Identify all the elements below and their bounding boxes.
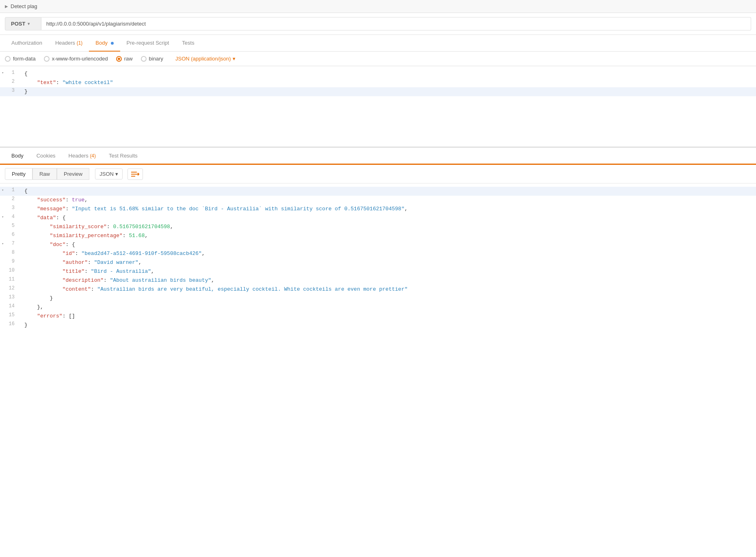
- request-code-editor[interactable]: ▾ 1 { 2 "text": "white cockteil" 3 }: [0, 66, 756, 147]
- format-chevron-icon: ▾: [115, 171, 118, 177]
- response-code-line: 14 },: [0, 303, 756, 312]
- response-code-line: ▾ 7 "doc": {: [0, 240, 756, 249]
- radio-label-urlencoded: x-www-form-urlencoded: [52, 56, 108, 62]
- section-title[interactable]: ▶ Detect plag: [0, 0, 756, 13]
- radio-binary[interactable]: binary: [141, 56, 163, 62]
- svg-rect-0: [131, 172, 137, 173]
- response-code-line: 8 "id": "bead2d47-a512-4691-910f-59508ca…: [0, 249, 756, 258]
- code-content: {: [21, 69, 756, 78]
- radio-circle-binary: [141, 56, 147, 62]
- response-code-line: 10 "title": "Bird - Austrailia",: [0, 267, 756, 276]
- radio-label-form-data: form-data: [13, 56, 36, 62]
- response-code-line: 16 }: [0, 321, 756, 330]
- svg-rect-2: [131, 176, 135, 177]
- section-arrow-icon: ▶: [5, 4, 8, 9]
- response-code-line: 2 "success": true,: [0, 196, 756, 205]
- tab-authorization[interactable]: Authorization: [5, 35, 49, 52]
- tab-headers[interactable]: Headers (1): [49, 35, 89, 52]
- response-code-line: 12 "content": "Austrailian birds are ver…: [0, 285, 756, 294]
- fold-btn[interactable]: ▾: [2, 71, 6, 75]
- method-chevron-icon: ▾: [28, 22, 30, 26]
- response-code-line: 9 "author": "David warner",: [0, 258, 756, 267]
- fold-btn[interactable]: ▾: [2, 242, 6, 246]
- response-code-line: ▾ 1 {: [0, 187, 756, 196]
- response-code: ▾ 1 { 2 "success": true, 3 "m: [0, 184, 756, 333]
- response-tab-body[interactable]: Body: [5, 148, 30, 165]
- fold-btn[interactable]: ▾: [2, 215, 6, 219]
- body-type-row: form-data x-www-form-urlencoded raw bina…: [0, 52, 756, 66]
- wrap-button[interactable]: [127, 168, 143, 180]
- wrap-icon: [131, 171, 139, 177]
- line-number-cell: 2: [0, 78, 21, 85]
- radio-urlencoded[interactable]: x-www-form-urlencoded: [44, 56, 108, 62]
- json-type-label: JSON (application/json): [175, 56, 231, 62]
- url-bar: POST ▾: [0, 13, 756, 35]
- radio-form-data[interactable]: form-data: [5, 56, 36, 62]
- code-line: ▾ 1 {: [0, 69, 756, 78]
- json-type-selector[interactable]: JSON (application/json) ▾: [175, 56, 235, 62]
- response-code-line: 15 "errors": []: [0, 312, 756, 321]
- code-line: 2 "text": "white cockteil": [0, 78, 756, 87]
- url-input[interactable]: [41, 17, 751, 30]
- response-code-line: ▾ 4 "data": {: [0, 214, 756, 222]
- response-code-line: 13 }: [0, 294, 756, 303]
- tab-tests[interactable]: Tests: [175, 35, 201, 52]
- view-btn-pretty[interactable]: Pretty: [5, 168, 32, 180]
- code-content: }: [21, 87, 756, 96]
- view-btn-preview[interactable]: Preview: [57, 168, 89, 180]
- response-code-line: 11 "description": "About austrailian bir…: [0, 276, 756, 285]
- code-line: 3 }: [0, 87, 756, 96]
- fold-btn[interactable]: ▾: [2, 188, 6, 192]
- response-code-line: 5 "similarity_score": 0.5167501621704598…: [0, 222, 756, 231]
- radio-label-raw: raw: [124, 56, 133, 62]
- view-options-row: Pretty Raw Preview JSON ▾: [0, 165, 756, 184]
- json-type-chevron-icon: ▾: [233, 56, 235, 62]
- response-tab-headers[interactable]: Headers (4): [62, 148, 102, 165]
- response-tab-cookies[interactable]: Cookies: [30, 148, 62, 165]
- radio-circle-form-data: [5, 56, 11, 62]
- response-code-line: 3 "message": "Input text is 51.68% simil…: [0, 205, 756, 214]
- code-content: "text": "white cockteil": [21, 78, 756, 87]
- section-title-label: Detect plag: [11, 3, 37, 9]
- view-btn-raw[interactable]: Raw: [32, 168, 57, 180]
- response-code-line: 6 "similarity_percentage": 51.68,: [0, 231, 756, 240]
- radio-label-binary: binary: [149, 56, 163, 62]
- radio-raw[interactable]: raw: [116, 56, 133, 62]
- format-label: JSON: [99, 171, 114, 177]
- method-label: POST: [11, 21, 25, 27]
- body-dot-indicator: [111, 42, 114, 45]
- radio-circle-urlencoded: [44, 56, 50, 62]
- response-tabs-bar: Body Cookies Headers (4) Test Results: [0, 148, 756, 165]
- response-section: Body Cookies Headers (4) Test Results Pr…: [0, 148, 756, 333]
- request-tabs-bar: Authorization Headers (1) Body Pre-reque…: [0, 35, 756, 52]
- tab-body[interactable]: Body: [89, 35, 120, 52]
- radio-circle-raw: [116, 56, 122, 62]
- format-selector[interactable]: JSON ▾: [95, 168, 123, 179]
- app-container: ▶ Detect plag POST ▾ Authorization Heade…: [0, 0, 756, 557]
- svg-rect-1: [131, 174, 138, 175]
- response-tab-test-results[interactable]: Test Results: [102, 148, 144, 165]
- line-number-cell: ▾ 1: [0, 69, 21, 76]
- request-section: ▶ Detect plag POST ▾ Authorization Heade…: [0, 0, 756, 148]
- line-number-cell: 3: [0, 87, 21, 94]
- tab-pre-request[interactable]: Pre-request Script: [120, 35, 176, 52]
- method-dropdown[interactable]: POST ▾: [5, 17, 41, 30]
